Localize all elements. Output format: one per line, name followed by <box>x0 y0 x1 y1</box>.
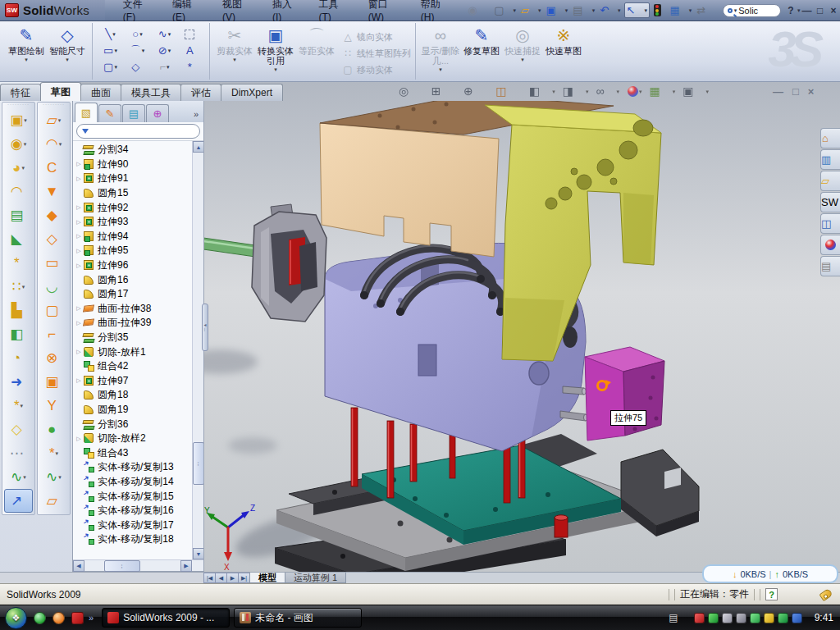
tree-item[interactable]: ▷ 实体-移动/复制16 <box>75 504 191 518</box>
dropdown-icon[interactable]: ▾ <box>58 474 62 481</box>
left-toolbar-button[interactable]: C ▾ <box>38 156 70 180</box>
tree-item[interactable]: ▷ 实体-移动/复制13 <box>75 460 191 475</box>
dropdown-icon[interactable]: ▾ <box>114 48 117 54</box>
tree-item[interactable]: ▷ 分割36 <box>75 417 191 431</box>
tree-item[interactable]: ▷ 实体-移动/复制18 <box>75 532 191 547</box>
toolbar-grip[interactable]: ········· <box>2 103 34 108</box>
standard-toolbar-icon[interactable]: ↶ ▾ <box>598 3 622 17</box>
taskbar-task-button[interactable]: SolidWorks 2009 - ... <box>102 608 230 628</box>
task-pane-tab[interactable]: ▥ <box>820 149 840 170</box>
tree-item[interactable]: ▷ 组合42 <box>75 359 191 374</box>
expand-arrow[interactable]: ▷ <box>75 320 83 326</box>
standard-toolbar-icon[interactable]: ▢ ▾ <box>492 3 518 17</box>
task-pane-tab[interactable]: ◫ <box>820 213 840 234</box>
task-pane-tab[interactable]: ▤ <box>820 256 840 276</box>
left-toolbar-button[interactable]: ▱ ▾ <box>38 489 70 513</box>
tray-icon[interactable] <box>778 613 788 623</box>
dropdown-icon[interactable]: ▾ <box>23 474 26 481</box>
tree-item[interactable]: ▷ 切除-放样1 <box>75 345 191 359</box>
dropdown-icon[interactable]: ▾ <box>142 48 145 54</box>
left-toolbar-button[interactable]: ▱ ▾ <box>38 108 70 132</box>
panel-header-tab[interactable]: ⊕ <box>146 104 169 122</box>
tree-item[interactable]: ▷ 拉伸96 <box>75 258 191 273</box>
dropdown-icon[interactable]: ▾ <box>538 7 541 14</box>
dropdown-icon[interactable]: ▾ <box>24 141 27 148</box>
help-button[interactable]: ? <box>784 5 797 16</box>
headsup-icon[interactable]: ∞ ▾ <box>596 85 619 98</box>
commandmanager-tab[interactable]: 曲面 <box>80 84 121 101</box>
sketch-entity-button[interactable]: A ▾ <box>178 43 205 59</box>
dropdown-icon[interactable]: ▾ <box>521 57 524 63</box>
tag-icon[interactable] <box>819 587 833 600</box>
tree-item[interactable]: ▷ 实体-移动/复制15 <box>75 489 191 504</box>
dropdown-icon[interactable]: ▾ <box>21 165 25 171</box>
commandmanager-tab[interactable]: 评估 <box>180 84 221 101</box>
dropdown-icon[interactable]: ▾ <box>618 7 621 14</box>
panel-splitter-handle[interactable]: ◂⁞ <box>202 304 208 351</box>
scroll-right-button[interactable]: ▶ <box>180 560 192 572</box>
tray-icon[interactable] <box>708 613 719 623</box>
quick-launch-icon[interactable] <box>52 612 65 624</box>
dropdown-icon[interactable]: ▾ <box>513 7 516 14</box>
headsup-icon[interactable]: ◨ ▾ <box>563 85 589 98</box>
left-toolbar-button[interactable]: ◉ ▾ <box>2 132 34 156</box>
dropdown-icon[interactable]: ▾ <box>689 7 692 14</box>
dropdown-icon[interactable]: ▾ <box>168 48 171 54</box>
left-toolbar-button[interactable]: ∷ ▾ <box>2 275 34 299</box>
panel-header-tab[interactable]: ▤ <box>122 104 145 122</box>
standard-toolbar-icon[interactable]: ↖ ▾ <box>624 2 650 18</box>
left-toolbar-button[interactable]: ▤ ▾ <box>2 203 34 227</box>
task-pane-tab[interactable]: SW <box>820 192 840 212</box>
restore-button[interactable]: □ <box>814 5 827 16</box>
standard-toolbar-icon[interactable]: ⇄ ▾ <box>695 3 719 17</box>
search-dropdown-icon[interactable]: ▾ <box>734 7 737 14</box>
command-button[interactable]: △ 镜向实体 <box>342 30 411 44</box>
tray-icon[interactable] <box>750 613 760 623</box>
tree-item[interactable]: ▷ 圆角15 <box>75 186 191 201</box>
left-toolbar-button[interactable]: ▙ ▾ <box>2 299 34 322</box>
standard-toolbar-icon[interactable]: ◉ ▾ <box>466 3 491 17</box>
tree-item[interactable]: ▷ 圆角17 <box>75 287 191 302</box>
expand-arrow[interactable]: ▷ <box>75 219 83 226</box>
start-button[interactable]: ❖ <box>5 607 27 629</box>
minimize-button[interactable]: — <box>800 5 813 16</box>
tree-item[interactable]: ▷ 实体-移动/复制17 <box>75 518 191 532</box>
left-toolbar-button[interactable]: ● ▾ <box>38 418 70 441</box>
dropdown-icon[interactable]: ▾ <box>639 89 642 95</box>
command-button[interactable]: ※ 快速草图 ▾ <box>543 23 584 80</box>
standard-toolbar-icon[interactable]: ▾ <box>651 3 667 17</box>
headsup-icon[interactable]: ⊞ ▾ <box>431 85 456 98</box>
headsup-icon[interactable]: ◎ ▾ <box>399 85 424 98</box>
left-toolbar-button[interactable]: ∿ ▾ <box>2 465 34 489</box>
status-help-icon[interactable]: ? <box>765 588 778 600</box>
toolbar-grip[interactable]: ········· <box>38 103 70 108</box>
commandmanager-tab[interactable]: 特征 <box>0 84 41 101</box>
task-pane-tab[interactable] <box>820 235 840 255</box>
command-button[interactable]: ∞ 显示/删除几... ▾ <box>420 23 461 80</box>
dropdown-icon[interactable]: ▾ <box>673 89 676 95</box>
search-input[interactable]: ▾ Solic <box>723 4 781 17</box>
headsup-icon[interactable]: ▦ ▾ <box>650 85 676 98</box>
left-toolbar-button[interactable]: ◧ ▾ <box>2 322 34 346</box>
standard-toolbar-icon[interactable]: ▤ ▾ <box>571 3 596 17</box>
tree-horizontal-scrollbar[interactable]: ◀ ⁞ ▶ <box>73 559 203 571</box>
commandmanager-tab[interactable]: 模具工具 <box>121 84 181 101</box>
dropdown-icon[interactable]: ▾ <box>21 403 24 409</box>
document-tab[interactable]: 模型 <box>249 573 285 583</box>
sketch-entity-button[interactable]: ⌒ ▾ <box>124 43 151 59</box>
scroll-thumb[interactable]: ⁞ <box>193 442 203 485</box>
command-button[interactable]: ∷ 线性草图阵列 <box>342 46 411 61</box>
dropdown-icon[interactable]: ▾ <box>233 57 236 63</box>
dropdown-icon[interactable]: ▾ <box>22 284 25 290</box>
left-toolbar-button[interactable]: ⊗ ▾ <box>38 346 70 370</box>
headsup-icon[interactable]: ◧ ▾ <box>529 85 555 98</box>
expand-arrow[interactable]: ▷ <box>75 176 83 182</box>
task-pane-tab[interactable]: ▱ <box>820 171 840 191</box>
command-button[interactable]: ▣ 转换实体引用 ▾ <box>255 23 296 80</box>
command-button[interactable]: ✂ 剪裁实体 ▾ <box>214 23 255 80</box>
scroll-down-button[interactable]: ▼ <box>193 548 203 559</box>
expand-arrow[interactable]: ▷ <box>75 377 83 384</box>
scroll-up-button[interactable]: ▲ <box>193 141 203 153</box>
hscroll-thumb[interactable]: ⁞ <box>104 560 140 572</box>
headsup-icon[interactable]: ⊕ ▾ <box>463 85 488 98</box>
